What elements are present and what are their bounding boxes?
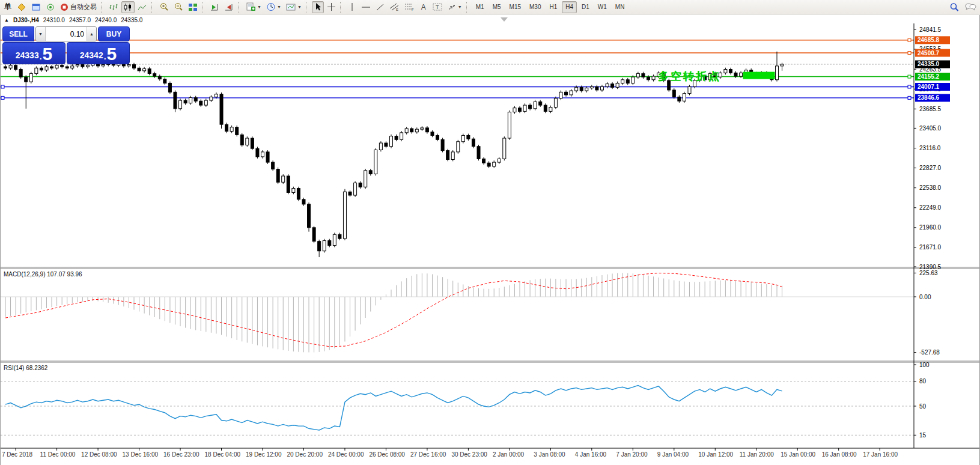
- vertical-line-tool-button[interactable]: [346, 1, 358, 13]
- buy-price-main: 24342: [80, 49, 103, 61]
- volume-input[interactable]: [46, 27, 87, 41]
- time-axis-label: 12 Dec 08:00: [81, 451, 117, 458]
- price-axis-tick-label: 21960.0: [919, 224, 942, 231]
- dropdown-caret-icon: ▼: [297, 5, 302, 9]
- auto-scroll-button[interactable]: [208, 1, 221, 13]
- equidistant-channel-tool-button[interactable]: E: [388, 1, 401, 13]
- arrows-tool-button[interactable]: ▼: [445, 1, 464, 13]
- timeframe-button-w1[interactable]: W1: [594, 1, 610, 13]
- macd-signal-line: [5, 273, 782, 347]
- collapse-panel-icon[interactable]: ▲: [4, 17, 9, 23]
- one-click-trading-panel: SELL ▼ ▲ BUY 24333.5 24342.5: [2, 26, 130, 64]
- toolbar-separator: [340, 2, 344, 13]
- search-button[interactable]: [948, 1, 961, 13]
- sell-price-dot: .: [40, 52, 42, 61]
- zoom-in-button[interactable]: [157, 1, 171, 13]
- toolbar-separator: [151, 2, 155, 13]
- price-axis-tick-label: 21390.5: [919, 264, 942, 270]
- toolbar-separator: [202, 2, 205, 13]
- timeframe-button-m1[interactable]: M1: [472, 1, 488, 13]
- indicators-button[interactable]: ▼: [244, 1, 263, 13]
- time-axis-label: 15 Jan 00:00: [781, 451, 815, 458]
- candlestick-chart-type-button[interactable]: [121, 1, 135, 13]
- toolbar-separator: [238, 2, 242, 13]
- volume-increase-button[interactable]: ▲: [87, 27, 96, 41]
- macd-axis-label: 225.63: [919, 270, 938, 276]
- low-value: 24240.0: [95, 17, 117, 23]
- text-tool-button[interactable]: A: [418, 1, 430, 13]
- fibonacci-tool-button[interactable]: F: [403, 1, 416, 13]
- timeframe-button-mn[interactable]: MN: [612, 1, 628, 13]
- zoom-out-button[interactable]: [172, 1, 185, 13]
- chart-window-icon[interactable]: [29, 1, 43, 13]
- close-value: 24335.0: [121, 17, 142, 23]
- svg-text:T: T: [436, 4, 439, 10]
- time-axis-label: 30 Dec 23:00: [451, 451, 487, 458]
- time-axis-label: 7 Dec 2018: [2, 451, 33, 458]
- time-axis-label: 16 Dec 23:00: [163, 451, 199, 458]
- highlight-rectangle-object[interactable]: [743, 72, 775, 79]
- buy-button[interactable]: BUY: [98, 26, 130, 41]
- macd-axis-label: -527.68: [919, 349, 940, 356]
- rsi-line: [5, 386, 782, 431]
- horizontal-line-object-23846.6[interactable]: [1, 96, 914, 99]
- crosshair-tool-button[interactable]: [325, 1, 338, 13]
- time-axis-label: 11 Dec 00:00: [40, 451, 76, 458]
- templates-button[interactable]: ▼: [284, 1, 303, 13]
- price-axis-tick-label: 23685.5: [919, 106, 942, 112]
- autotrading-button[interactable]: 自动交易: [58, 1, 99, 13]
- horizontal-line-object-24685.8[interactable]: [1, 38, 914, 41]
- buy-price-dot: .: [104, 52, 106, 61]
- timeframe-button-h1[interactable]: H1: [546, 1, 561, 13]
- new-order-button[interactable]: 单: [2, 1, 14, 13]
- main-toolbar: 单 自动交易 ▼ ▼ ▼ E F A T ▼ M1M5M15M30H1H4D1W…: [0, 0, 980, 14]
- chart-shift-button[interactable]: [222, 1, 236, 13]
- svg-text:F: F: [412, 8, 414, 11]
- rsi-axis-label: 80: [919, 378, 927, 384]
- toolbar-separator: [466, 2, 470, 13]
- chat-button[interactable]: [963, 1, 978, 13]
- line-chart-type-button[interactable]: [136, 1, 149, 13]
- chart-window: 24841.524553.524263.523974.523685.523405…: [0, 15, 980, 465]
- chart-ohlc-header: ▲ DJ30-,H4 24310.0 24357.0 24240.0 24335…: [4, 17, 142, 23]
- timeframe-button-m30[interactable]: M30: [526, 1, 544, 13]
- market-radar-icon[interactable]: [44, 1, 57, 13]
- svg-text:24500.7: 24500.7: [918, 50, 940, 56]
- price-axis-tick-label: 24841.5: [919, 26, 942, 33]
- toolbar-separator: [306, 2, 309, 13]
- toolbar-separator: [101, 2, 105, 13]
- price-axis-tick-label: 22538.0: [919, 184, 942, 191]
- sell-button[interactable]: SELL: [2, 26, 34, 41]
- sell-price-big-digit: 5: [43, 46, 53, 62]
- quotes-icon[interactable]: [15, 1, 28, 13]
- buy-price-box[interactable]: 24342.5: [67, 42, 130, 64]
- symbol-timeframe-label: DJ30-,H4: [13, 17, 39, 23]
- bar-chart-type-button[interactable]: [107, 1, 120, 13]
- sell-price-box[interactable]: 24333.5: [2, 42, 65, 64]
- timeframe-button-m5[interactable]: M5: [489, 1, 505, 13]
- tile-windows-button[interactable]: [186, 1, 199, 13]
- chart-canvas[interactable]: 24841.524553.524263.523974.523685.523405…: [1, 15, 979, 465]
- periods-button[interactable]: ▼: [264, 1, 283, 13]
- cursor-tool-button[interactable]: [312, 1, 324, 13]
- time-axis-label: 20 Dec 20:00: [287, 451, 323, 458]
- horizontal-line-object-24007.1[interactable]: [1, 85, 914, 88]
- volume-stepper: ▼ ▲: [35, 26, 97, 41]
- price-badge-24685.8: 24685.8: [915, 36, 950, 44]
- trendline-tool-button[interactable]: [374, 1, 386, 13]
- time-axis-label: 19 Dec 12:00: [246, 451, 282, 458]
- svg-text:24335.0: 24335.0: [918, 61, 940, 67]
- chart-annotation-text[interactable]: 多空转折点: [658, 69, 721, 84]
- dropdown-caret-icon: ▼: [458, 5, 462, 9]
- time-axis-label: 13 Dec 16:00: [123, 451, 159, 458]
- timeframe-button-h4[interactable]: H4: [562, 1, 577, 13]
- volume-decrease-button[interactable]: ▼: [36, 27, 46, 41]
- timeframe-button-m15[interactable]: M15: [506, 1, 525, 13]
- time-axis-label: 3 Jan 08:00: [534, 451, 565, 458]
- text-label-tool-button[interactable]: T: [431, 1, 444, 13]
- rsi-axis-label: 15: [919, 432, 927, 439]
- chart-shift-marker-icon[interactable]: [501, 17, 508, 22]
- timeframe-button-d1[interactable]: D1: [578, 1, 593, 13]
- macd-axis-label: 0.00: [919, 294, 931, 300]
- horizontal-line-tool-button[interactable]: [359, 1, 373, 13]
